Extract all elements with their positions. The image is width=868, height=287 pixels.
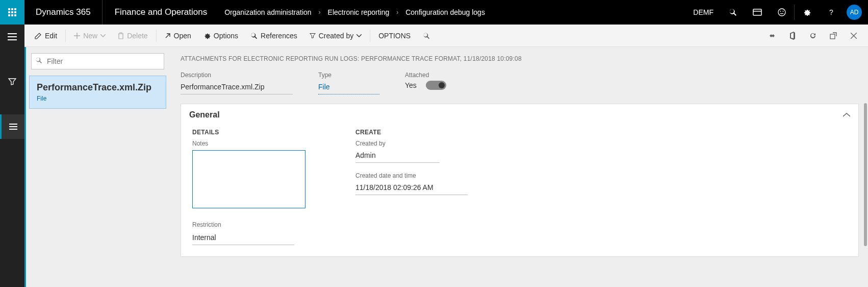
nav-expand-button[interactable] [0,25,24,49]
svg-rect-9 [753,9,761,15]
options-button[interactable]: Options [197,25,244,47]
svg-rect-18 [9,124,17,125]
feedback-button[interactable] [770,0,794,25]
references-label: References [261,32,297,40]
svg-rect-19 [9,126,17,127]
svg-rect-3 [8,11,10,13]
created-by-filter[interactable]: Created by [303,25,368,47]
breadcrumb-item[interactable]: Electronic reporting [328,8,390,16]
svg-rect-17 [8,39,17,40]
search-button[interactable] [721,0,745,25]
refresh-button[interactable] [803,25,823,47]
popout-icon [830,32,837,39]
options-label: Options [214,32,238,40]
restriction-label: Restriction [192,221,325,228]
type-value[interactable]: File [318,81,379,94]
actionbar-search[interactable] [417,25,436,47]
delete-label: Delete [127,32,147,40]
svg-rect-16 [8,36,17,37]
breadcrumb-item[interactable]: Organization administration [224,8,311,16]
edit-label: Edit [45,32,57,40]
nav-filter-button[interactable] [0,69,24,94]
list-pane: PerformanceTrace.xml.Zip File [24,47,171,287]
edit-button[interactable]: Edit [29,25,63,47]
chevron-right-icon: › [393,9,401,16]
waffle-icon [8,8,16,16]
general-header[interactable]: General [181,104,858,126]
svg-rect-2 [14,8,16,10]
created-datetime-label: Created date and time [355,172,498,179]
settings-button[interactable] [795,0,819,25]
connector-button[interactable] [762,25,782,47]
breadcrumb-item[interactable]: Configuration debug logs [405,8,485,16]
svg-rect-8 [14,14,16,16]
top-bar: Dynamics 365 Finance and Operations Orga… [0,0,868,25]
list-item[interactable]: PerformanceTrace.xml.Zip File [29,76,166,109]
search-icon [35,57,42,64]
svg-point-11 [778,9,785,16]
attached-toggle[interactable] [426,81,446,90]
left-nav-rail [0,25,24,287]
options-tab[interactable]: OPTIONS [372,25,417,47]
new-label: New [83,32,97,40]
created-by-label: Created by [319,32,353,40]
svg-point-13 [783,11,784,12]
svg-rect-21 [830,34,835,39]
search-icon [423,32,430,39]
module-name[interactable]: Finance and Operations [103,0,219,25]
top-right-controls: DEMF ? AD [686,0,868,25]
attached-label: Attached [405,71,446,79]
general-title: General [189,110,220,119]
smile-icon [778,8,786,16]
list-item-subtitle: File [37,95,159,102]
avatar[interactable]: AD [847,5,862,20]
gear-icon [803,8,811,16]
chevron-right-icon: › [316,9,324,16]
chevron-up-icon [843,113,850,117]
svg-rect-1 [11,8,13,10]
created-by-value: Admin [355,149,440,163]
funnel-icon [310,33,316,39]
messages-button[interactable] [745,0,770,25]
new-button[interactable]: New [68,25,112,47]
search-icon [729,8,737,16]
notes-input[interactable] [192,150,305,208]
chevron-down-icon [356,34,362,37]
brand-name[interactable]: Dynamics 365 [24,0,103,25]
action-bar: Edit New Delete Open Options [24,25,868,47]
help-icon: ? [827,8,835,16]
delete-button[interactable]: Delete [112,25,154,47]
link-icon [768,33,776,38]
plus-icon [74,33,80,39]
general-card: General DETAILS Notes Restriction Intern… [181,104,859,257]
references-button[interactable]: References [244,25,303,47]
open-label: Open [174,32,191,40]
restriction-value[interactable]: Internal [192,231,294,245]
notes-label: Notes [192,140,325,147]
pencil-icon [35,32,42,39]
app-launcher-button[interactable] [0,0,24,25]
office-button[interactable] [782,25,803,47]
open-button[interactable]: Open [159,25,197,47]
message-icon [753,8,762,16]
detail-pane: ATTACHMENTS FOR ELECTRONIC REPORTING RUN… [171,47,868,287]
page-title: ATTACHMENTS FOR ELECTRONIC REPORTING RUN… [181,55,859,62]
type-label: Type [318,71,379,79]
svg-rect-6 [8,14,10,16]
description-value[interactable]: PerformanceTrace.xml.Zip [181,81,293,94]
close-button[interactable] [844,25,864,47]
help-button[interactable]: ? [819,0,844,25]
company-code[interactable]: DEMF [686,8,721,16]
attached-value: Yes [405,81,417,89]
popout-button[interactable] [823,25,844,47]
svg-rect-7 [11,14,13,16]
created-by-label: Created by [355,140,498,147]
filter-input[interactable] [31,53,164,69]
hamburger-icon [8,33,17,40]
svg-point-12 [780,11,781,12]
list-icon [9,124,17,130]
gear-icon [203,32,211,39]
scrollbar[interactable] [864,103,867,246]
nav-list-button[interactable] [0,114,24,139]
svg-rect-15 [8,33,17,34]
